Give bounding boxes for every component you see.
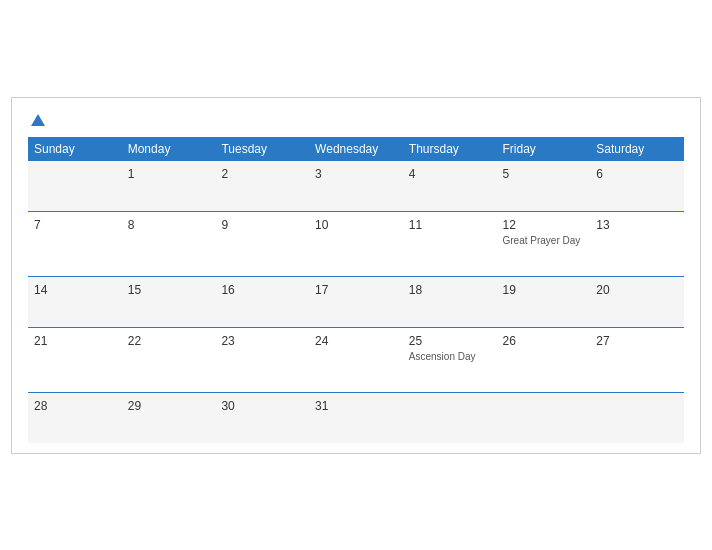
calendar-day-cell: 15: [122, 276, 216, 327]
calendar-day-cell: 21: [28, 327, 122, 392]
calendar-day-cell: 5: [497, 161, 591, 212]
calendar-day-cell: 19: [497, 276, 591, 327]
calendar-day-cell: 24: [309, 327, 403, 392]
calendar-day-cell: 14: [28, 276, 122, 327]
day-number: 4: [409, 167, 491, 181]
day-number: 5: [503, 167, 585, 181]
calendar-day-cell: 6: [590, 161, 684, 212]
calendar-week-row: 2122232425Ascension Day2627: [28, 327, 684, 392]
calendar-day-cell: 1: [122, 161, 216, 212]
calendar-day-cell: 25Ascension Day: [403, 327, 497, 392]
calendar-week-row: 28293031: [28, 392, 684, 443]
calendar-day-cell: 18: [403, 276, 497, 327]
calendar-day-cell: [28, 161, 122, 212]
day-number: 18: [409, 283, 491, 297]
calendar-day-cell: [403, 392, 497, 443]
logo: [28, 114, 45, 125]
calendar-header: [28, 114, 684, 125]
day-number: 13: [596, 218, 678, 232]
day-number: 14: [34, 283, 116, 297]
logo-general: [28, 114, 45, 125]
calendar-day-cell: 26: [497, 327, 591, 392]
calendar-day-cell: 13: [590, 211, 684, 276]
day-number: 21: [34, 334, 116, 348]
calendar-day-cell: 7: [28, 211, 122, 276]
day-number: 23: [221, 334, 303, 348]
day-number: 10: [315, 218, 397, 232]
day-number: 28: [34, 399, 116, 413]
weekday-header-friday: Friday: [497, 137, 591, 161]
day-number: 6: [596, 167, 678, 181]
day-number: 7: [34, 218, 116, 232]
day-number: 1: [128, 167, 210, 181]
weekday-header-wednesday: Wednesday: [309, 137, 403, 161]
calendar-day-cell: 23: [215, 327, 309, 392]
day-number: 22: [128, 334, 210, 348]
logo-triangle-icon: [31, 114, 45, 126]
weekday-header-sunday: Sunday: [28, 137, 122, 161]
holiday-label: Ascension Day: [409, 351, 491, 362]
day-number: 20: [596, 283, 678, 297]
calendar-day-cell: 8: [122, 211, 216, 276]
day-number: 25: [409, 334, 491, 348]
day-number: 30: [221, 399, 303, 413]
calendar-day-cell: 2: [215, 161, 309, 212]
calendar-day-cell: 12Great Prayer Day: [497, 211, 591, 276]
weekday-header-tuesday: Tuesday: [215, 137, 309, 161]
calendar-week-row: 123456: [28, 161, 684, 212]
day-number: 29: [128, 399, 210, 413]
day-number: 31: [315, 399, 397, 413]
day-number: 3: [315, 167, 397, 181]
calendar-day-cell: 16: [215, 276, 309, 327]
calendar-day-cell: 3: [309, 161, 403, 212]
calendar-day-cell: 22: [122, 327, 216, 392]
calendar-week-row: 14151617181920: [28, 276, 684, 327]
calendar-day-cell: [497, 392, 591, 443]
day-number: 12: [503, 218, 585, 232]
calendar-table: SundayMondayTuesdayWednesdayThursdayFrid…: [28, 137, 684, 443]
calendar-day-cell: 9: [215, 211, 309, 276]
weekday-header-row: SundayMondayTuesdayWednesdayThursdayFrid…: [28, 137, 684, 161]
calendar-day-cell: 11: [403, 211, 497, 276]
day-number: 15: [128, 283, 210, 297]
day-number: 17: [315, 283, 397, 297]
day-number: 19: [503, 283, 585, 297]
weekday-header-saturday: Saturday: [590, 137, 684, 161]
day-number: 8: [128, 218, 210, 232]
day-number: 16: [221, 283, 303, 297]
calendar-day-cell: 30: [215, 392, 309, 443]
calendar-day-cell: 10: [309, 211, 403, 276]
day-number: 11: [409, 218, 491, 232]
day-number: 24: [315, 334, 397, 348]
day-number: 2: [221, 167, 303, 181]
calendar-day-cell: 20: [590, 276, 684, 327]
weekday-header-thursday: Thursday: [403, 137, 497, 161]
calendar-day-cell: 31: [309, 392, 403, 443]
weekday-header-monday: Monday: [122, 137, 216, 161]
day-number: 9: [221, 218, 303, 232]
calendar-day-cell: 4: [403, 161, 497, 212]
calendar-day-cell: [590, 392, 684, 443]
calendar-week-row: 789101112Great Prayer Day13: [28, 211, 684, 276]
calendar-day-cell: 17: [309, 276, 403, 327]
calendar-container: SundayMondayTuesdayWednesdayThursdayFrid…: [11, 97, 701, 454]
day-number: 26: [503, 334, 585, 348]
calendar-day-cell: 27: [590, 327, 684, 392]
calendar-day-cell: 28: [28, 392, 122, 443]
calendar-day-cell: 29: [122, 392, 216, 443]
day-number: 27: [596, 334, 678, 348]
holiday-label: Great Prayer Day: [503, 235, 585, 246]
